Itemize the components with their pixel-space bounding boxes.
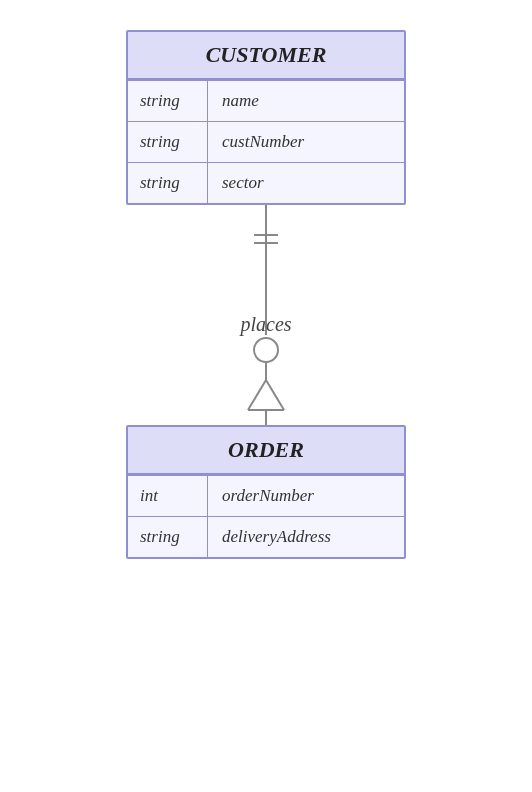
customer-name-2: custNumber (208, 122, 318, 162)
svg-line-7 (266, 380, 284, 410)
order-title: ORDER (128, 427, 404, 475)
order-row-1: int orderNumber (128, 475, 404, 516)
customer-row-1: string name (128, 80, 404, 121)
customer-title: CUSTOMER (128, 32, 404, 80)
order-entity: ORDER int orderNumber string deliveryAdd… (126, 425, 406, 559)
customer-type-2: string (128, 122, 208, 162)
order-row-2: string deliveryAddress (128, 516, 404, 557)
order-type-2: string (128, 517, 208, 557)
svg-point-4 (254, 338, 278, 362)
customer-entity: CUSTOMER string name string custNumber s… (126, 30, 406, 205)
customer-name-3: sector (208, 163, 278, 203)
diagram: CUSTOMER string name string custNumber s… (0, 0, 532, 559)
order-name-2: deliveryAddress (208, 517, 345, 557)
customer-type-1: string (128, 81, 208, 121)
customer-name-1: name (208, 81, 273, 121)
customer-row-3: string sector (128, 162, 404, 203)
customer-row-2: string custNumber (128, 121, 404, 162)
connector-region: places (0, 205, 532, 425)
customer-type-3: string (128, 163, 208, 203)
order-name-1: orderNumber (208, 476, 328, 516)
svg-line-6 (248, 380, 266, 410)
relation-label: places (240, 313, 291, 336)
order-type-1: int (128, 476, 208, 516)
